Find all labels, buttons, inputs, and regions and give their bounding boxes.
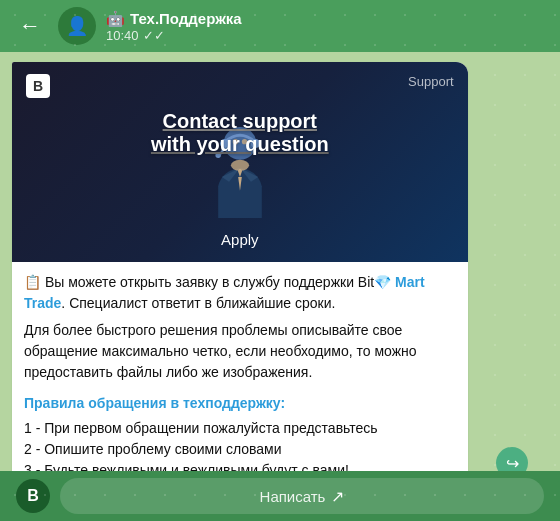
contact-name: 🤖 Тех.Поддержка: [106, 10, 548, 28]
back-icon: ←: [19, 13, 41, 39]
bot-icon: 🤖: [106, 10, 125, 28]
bottom-bar: B Написать ↗: [0, 471, 560, 521]
bottom-logo: B: [16, 479, 50, 513]
last-seen: 10:40 ✓✓: [106, 28, 548, 43]
rule-2: 2 - Опишите проблему своими словами: [24, 439, 456, 460]
compose-button[interactable]: Написать ↗: [60, 478, 544, 514]
back-button[interactable]: ←: [12, 8, 48, 44]
top-bar: ← 👤 🤖 Тех.Поддержка 10:40 ✓✓: [0, 0, 560, 52]
check-icon: ✓✓: [143, 28, 165, 43]
message-text-content: 📋 Вы можете открыть заявку в службу подд…: [12, 262, 468, 471]
brand-logo-letter: B: [26, 74, 50, 98]
apply-button[interactable]: Apply: [205, 227, 275, 252]
bottom-logo-letter: B: [27, 487, 39, 505]
support-label: Support: [408, 74, 454, 89]
rule-1: 1 - При первом обращении пожалуйста пред…: [24, 418, 456, 439]
avatar-emoji: 👤: [66, 15, 88, 37]
contact-name-text: Тех.Поддержка: [130, 10, 242, 27]
support-card-image: B Support: [12, 62, 468, 262]
rule-3: 3 - Будьте вежливыми и вежливыми будут с…: [24, 460, 456, 471]
chat-container: ← 👤 🤖 Тех.Поддержка 10:40 ✓✓ B: [0, 0, 560, 521]
avatar: 👤: [58, 7, 96, 45]
brand-logo: B: [26, 74, 50, 98]
compose-label: Написать: [260, 488, 326, 505]
share-button[interactable]: ↪: [496, 447, 528, 471]
chat-area: B Support: [0, 52, 560, 471]
contact-info: 🤖 Тех.Поддержка 10:40 ✓✓: [106, 10, 548, 43]
brand-name: 💎 Mart Trade: [24, 274, 425, 311]
message-bubble: B Support: [12, 62, 468, 471]
message-paragraph-2: Для более быстрого решения проблемы опис…: [24, 320, 456, 383]
rules-title: Правила обращения в техподдержку:: [24, 393, 456, 414]
time-text: 10:40: [106, 28, 139, 43]
message-paragraph-1: 📋 Вы можете открыть заявку в службу подд…: [24, 272, 456, 314]
share-icon: ↪: [506, 454, 519, 472]
message-row: B Support: [12, 62, 548, 471]
support-title-line1: Contact support with your question: [151, 110, 329, 156]
compose-arrow-icon: ↗: [331, 487, 344, 506]
